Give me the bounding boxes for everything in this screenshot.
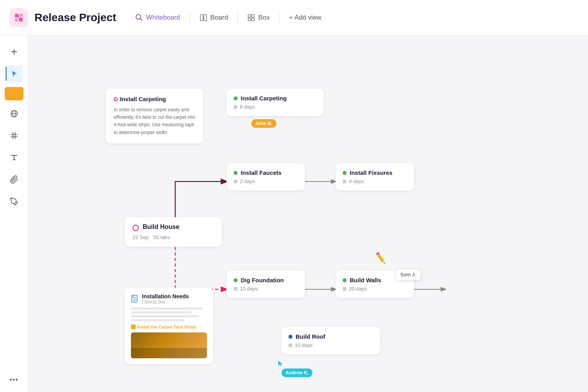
andrew-k-avatar: Andrew K.: [281, 368, 312, 377]
build-roof-card[interactable]: Build Roof ⊞ 10 days: [281, 327, 380, 354]
svg-rect-2: [15, 18, 18, 22]
dig-foundation-card[interactable]: Dig Foundation ⊞ 10 days: [227, 270, 305, 298]
build-roof-title: Build Roof: [289, 333, 373, 340]
nav-divider-3: [279, 11, 279, 24]
draw-icon: [10, 197, 18, 206]
install-fixsures-card[interactable]: Install Fixsures ⊞ 4 days: [336, 163, 414, 191]
doc-image: [131, 332, 207, 358]
build-house-meta: 23 Sep 55 taks: [132, 234, 214, 240]
dig-dot: [234, 278, 238, 282]
install-faucets-title: Install Faucets: [234, 169, 298, 176]
install-carpeting-title: Install Carpeting: [234, 95, 317, 102]
whiteboard-icon: [135, 14, 143, 22]
doc-title: Installation Needs: [142, 293, 189, 299]
dig-foundation-meta: ⊞ 10 days: [234, 286, 298, 292]
more-tools[interactable]: •••: [10, 376, 18, 384]
note-title: Install Carpeting: [114, 96, 195, 102]
teal-cursor: [278, 360, 284, 367]
install-faucets-meta: ⊞ 2 days: [234, 178, 298, 184]
nav-divider-2: [238, 11, 238, 24]
box-icon: [247, 14, 255, 22]
build-roof-meta: ⊞ 10 days: [289, 342, 373, 348]
nav-divider-1: [190, 11, 190, 24]
build-house-card[interactable]: Build House 23 Sep 55 taks: [125, 217, 222, 247]
sticky-tool[interactable]: [5, 87, 24, 100]
som-j-tooltip: Som J.: [395, 269, 421, 280]
nav-board[interactable]: Board: [193, 11, 234, 25]
add-view-label: + Add view: [289, 14, 321, 22]
install-faucets-card[interactable]: Install Faucets ⊞ 2 days: [227, 163, 305, 191]
nav-board-label: Board: [211, 14, 228, 22]
note-card-text: In order to remove carpet easily and eff…: [114, 106, 195, 136]
john-b-avatar: John B.: [251, 119, 276, 128]
build-house-dot: [132, 225, 139, 231]
orange-indicator: [131, 325, 136, 329]
note-card-title: Install Carpeting: [120, 96, 166, 102]
doc-content-lines: [131, 307, 207, 321]
walls-dot: [343, 278, 347, 282]
draw-tool[interactable]: [5, 193, 23, 210]
build-house-date: 23 Sep: [132, 234, 149, 240]
globe-icon: [10, 109, 18, 118]
install-fixsures-title: Install Fixsures: [343, 169, 407, 176]
install-fixsures-meta: ⊞ 4 days: [343, 178, 407, 184]
doc-header: Installation Needs ClickUp Doc: [131, 293, 207, 304]
add-tool[interactable]: [5, 43, 23, 60]
doc-line-2: [131, 311, 192, 314]
plus-icon: [10, 47, 18, 56]
svg-rect-5: [200, 15, 203, 21]
text-icon: [10, 153, 18, 162]
note-dot: [114, 97, 118, 101]
pencil-cursor: ✏️: [374, 252, 387, 265]
project-title: Release Project: [34, 11, 116, 24]
svg-rect-1: [20, 14, 23, 17]
nav-box-label: Box: [258, 14, 270, 22]
app-header: Release Project Whiteboard Board Box + A…: [0, 0, 588, 35]
svg-rect-3: [19, 18, 23, 22]
add-view-button[interactable]: + Add view: [283, 11, 328, 25]
doc-line-4: [131, 319, 184, 321]
faucets-dot: [234, 171, 238, 175]
svg-rect-10: [252, 18, 254, 21]
doc-icon: [131, 294, 139, 303]
doc-line-1: [131, 307, 203, 310]
som-j-label: Som J.: [400, 272, 416, 278]
svg-rect-6: [204, 15, 207, 21]
svg-rect-0: [15, 14, 19, 18]
cursor-icon: [10, 69, 18, 78]
board-icon: [200, 14, 207, 22]
whiteboard-canvas[interactable]: ••• Install Carpeting: [0, 35, 588, 392]
nav-box[interactable]: Box: [241, 11, 276, 25]
grid-tool[interactable]: [5, 127, 23, 144]
arrow-build-house-dig: [175, 247, 227, 289]
svg-rect-8: [252, 15, 254, 17]
roof-dot: [289, 335, 292, 339]
install-carpeting-task-card[interactable]: Install Carpeting ⊞ 8 days: [227, 89, 324, 116]
task-dot: [234, 96, 238, 100]
install-carpeting-meta: ⊞ 8 days: [234, 104, 317, 110]
fixsures-dot: [343, 171, 347, 175]
doc-subtitle: ClickUp Doc: [142, 299, 189, 304]
install-carpeting-note-card[interactable]: Install Carpeting In order to remove car…: [106, 89, 203, 143]
svg-rect-7: [248, 15, 251, 17]
text-tool[interactable]: [5, 149, 23, 166]
doc-strip-label: Install the Carpet Tack Strips: [131, 325, 207, 329]
installation-needs-doc[interactable]: Installation Needs ClickUp Doc Install t…: [125, 288, 213, 364]
select-tool[interactable]: [5, 65, 23, 82]
project-logo: [9, 8, 28, 27]
hash-icon: [10, 131, 18, 140]
build-walls-meta: ⊞ 20 days: [343, 286, 407, 292]
globe-tool[interactable]: [5, 105, 23, 122]
toolbar-sidebar: •••: [0, 35, 28, 392]
clip-tool[interactable]: [5, 171, 23, 188]
build-house-title: Build House: [143, 223, 179, 230]
svg-rect-17: [132, 295, 134, 297]
doc-line-3: [131, 315, 200, 318]
svg-rect-9: [248, 18, 251, 21]
nav-whiteboard[interactable]: Whiteboard: [129, 11, 187, 25]
nav-whiteboard-label: Whiteboard: [146, 14, 180, 22]
build-house-count: 55 taks: [153, 234, 170, 240]
dig-foundation-title: Dig Foundation: [234, 277, 298, 283]
clip-icon: [10, 175, 18, 184]
